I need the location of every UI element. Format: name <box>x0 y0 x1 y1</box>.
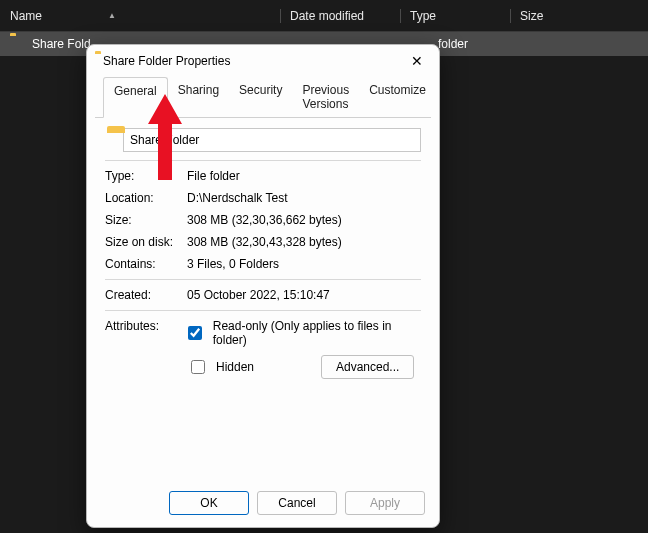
tab-label: Security <box>239 83 282 97</box>
column-label: Date modified <box>290 9 364 23</box>
cancel-button[interactable]: Cancel <box>257 491 337 515</box>
tab-label: Sharing <box>178 83 219 97</box>
label-sizeondisk: Size on disk: <box>105 235 187 249</box>
advanced-button[interactable]: Advanced... <box>321 355 414 379</box>
tab-label: Previous Versions <box>302 83 349 111</box>
tab-label: Customize <box>369 83 426 97</box>
value-sizeondisk: 308 MB (32,30,43,328 bytes) <box>187 235 421 249</box>
hidden-label: Hidden <box>216 360 254 374</box>
folder-icon <box>95 54 103 68</box>
folder-icon <box>105 133 111 147</box>
dialog-buttons: OK Cancel Apply <box>87 481 439 527</box>
column-label: Name <box>10 9 42 23</box>
readonly-checkbox[interactable] <box>188 326 202 340</box>
column-header-type[interactable]: Type <box>400 3 510 29</box>
ok-button[interactable]: OK <box>169 491 249 515</box>
folder-icon <box>10 36 26 52</box>
tab-previous-versions[interactable]: Previous Versions <box>292 77 359 117</box>
tab-panel-general: Type:File folder Location:D:\Nerdschalk … <box>87 118 439 481</box>
tab-sharing[interactable]: Sharing <box>168 77 229 117</box>
readonly-label: Read-only (Only applies to files in fold… <box>213 319 421 347</box>
label-contains: Contains: <box>105 257 187 271</box>
column-header-size[interactable]: Size <box>510 3 648 29</box>
label-attributes: Attributes: <box>105 319 184 347</box>
tab-general[interactable]: General <box>103 77 168 118</box>
value-created: 05 October 2022, 15:10:47 <box>187 288 421 302</box>
tab-label: General <box>114 84 157 98</box>
value-contains: 3 Files, 0 Folders <box>187 257 421 271</box>
tab-customize[interactable]: Customize <box>359 77 436 117</box>
label-type: Type: <box>105 169 187 183</box>
properties-dialog: Share Folder Properties ✕ General Sharin… <box>86 44 440 528</box>
label-created: Created: <box>105 288 187 302</box>
divider <box>105 160 421 161</box>
label-size: Size: <box>105 213 187 227</box>
titlebar[interactable]: Share Folder Properties ✕ <box>87 45 439 77</box>
column-header-name[interactable]: Name ▲ <box>0 3 280 29</box>
apply-button[interactable]: Apply <box>345 491 425 515</box>
folder-name-input[interactable] <box>123 128 421 152</box>
tab-strip: General Sharing Security Previous Versio… <box>95 77 431 118</box>
column-header-date[interactable]: Date modified <box>280 3 400 29</box>
dialog-title: Share Folder Properties <box>103 54 403 68</box>
value-size: 308 MB (32,30,36,662 bytes) <box>187 213 421 227</box>
value-location: D:\Nerdschalk Test <box>187 191 421 205</box>
divider <box>105 310 421 311</box>
file-type: folder <box>438 37 468 51</box>
tab-security[interactable]: Security <box>229 77 292 117</box>
hidden-checkbox[interactable] <box>191 360 205 374</box>
column-label: Size <box>520 9 543 23</box>
chevron-up-icon: ▲ <box>108 11 116 20</box>
file-name: Share Fold <box>32 37 91 51</box>
explorer-column-header: Name ▲ Date modified Type Size <box>0 0 648 32</box>
close-icon[interactable]: ✕ <box>403 53 431 69</box>
label-location: Location: <box>105 191 187 205</box>
divider <box>105 279 421 280</box>
value-type: File folder <box>187 169 421 183</box>
column-label: Type <box>410 9 436 23</box>
